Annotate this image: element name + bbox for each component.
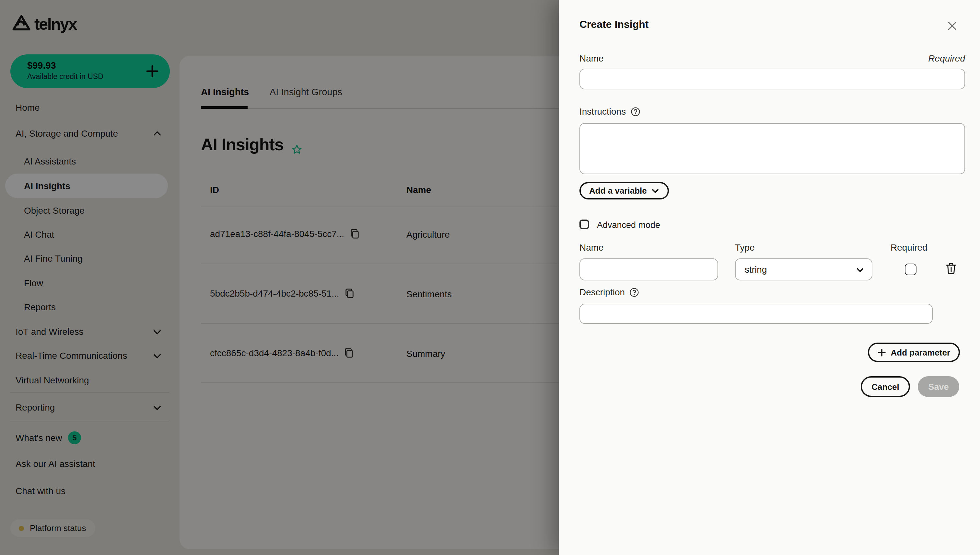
required-hint: Required	[928, 53, 965, 63]
param-required-label: Required	[891, 242, 927, 253]
add-variable-button[interactable]: Add a variable	[579, 182, 669, 199]
app-root: telnyx $99.93 Available credit in USD Ho…	[0, 0, 980, 555]
instructions-label: Instructions	[579, 106, 640, 117]
close-icon[interactable]	[943, 17, 961, 35]
advanced-mode-label: Advanced mode	[597, 220, 660, 230]
param-name-input[interactable]	[579, 258, 718, 281]
name-label: Name	[579, 53, 604, 63]
description-label: Description	[579, 287, 639, 297]
cancel-button[interactable]: Cancel	[861, 376, 910, 397]
param-description-input[interactable]	[579, 304, 933, 324]
chevron-down-icon	[652, 187, 659, 195]
param-name-label: Name	[579, 242, 604, 253]
create-insight-drawer: Create Insight Name Required Instruction…	[559, 0, 980, 555]
chevron-down-icon	[856, 266, 864, 273]
add-parameter-button[interactable]: Add parameter	[868, 343, 960, 362]
trash-icon[interactable]	[946, 262, 957, 274]
drawer-title: Create Insight	[579, 19, 649, 30]
help-icon[interactable]	[629, 287, 639, 297]
param-type-label: Type	[735, 242, 755, 253]
help-icon[interactable]	[630, 106, 640, 116]
viewport: telnyx $99.93 Available credit in USD Ho…	[0, 0, 980, 555]
plus-icon	[878, 348, 886, 356]
insight-name-input[interactable]	[579, 69, 965, 89]
param-type-value: string	[745, 264, 767, 274]
param-required-checkbox[interactable]	[905, 263, 916, 275]
param-type-select[interactable]: string	[735, 258, 872, 281]
instructions-textarea[interactable]	[579, 123, 965, 174]
save-button[interactable]: Save	[918, 376, 959, 397]
advanced-mode-checkbox[interactable]	[579, 220, 589, 229]
